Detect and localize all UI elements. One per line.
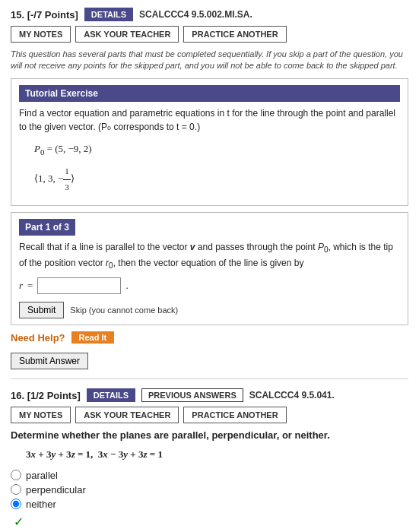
practice-another-button-15[interactable]: PRACTICE ANOTHER xyxy=(183,26,286,43)
tutorial-instruction: Find a vector equation and parametric eq… xyxy=(19,106,400,134)
toolbar-15: MY NOTES ASK YOUR TEACHER PRACTICE ANOTH… xyxy=(11,26,408,43)
submit-button-15[interactable]: Submit xyxy=(19,302,64,318)
tutorial-box-15: Tutorial Exercise Find a vector equation… xyxy=(11,78,408,207)
radio-group-16: parallel perpendicular neither xyxy=(11,470,408,510)
part-text-15: Recall that if a line is parallel to the… xyxy=(19,240,400,271)
problem-16: 16. [1/2 Points] DETAILS PREVIOUS ANSWER… xyxy=(11,388,408,532)
radio-perpendicular-input[interactable] xyxy=(11,484,21,495)
radio-perpendicular[interactable]: perpendicular xyxy=(11,484,408,496)
radio-perpendicular-label: perpendicular xyxy=(26,484,86,496)
problem-16-header: 16. [1/2 Points] DETAILS PREVIOUS ANSWER… xyxy=(11,388,408,402)
radio-parallel-input[interactable] xyxy=(11,470,21,480)
skip-link-15[interactable]: Skip (you cannot come back) xyxy=(70,306,178,315)
previous-answers-button-16[interactable]: PREVIOUS ANSWERS xyxy=(141,388,243,402)
radio-parallel[interactable]: parallel xyxy=(11,470,408,481)
determine-text-16: Determine whether the planes are paralle… xyxy=(11,429,408,441)
submit-answer-button-15[interactable]: Submit Answer xyxy=(11,353,88,369)
details-button-16[interactable]: DETAILS xyxy=(87,388,135,402)
my-notes-button-15[interactable]: MY NOTES xyxy=(11,26,71,43)
part-box-15: Part 1 of 3 Recall that if a line is par… xyxy=(11,212,408,325)
problem-16-number: 16. [1/2 Points] xyxy=(11,390,81,401)
problem-15-number: 15. [-/7 Points] xyxy=(11,9,78,21)
read-it-button-15[interactable]: Read It xyxy=(71,331,115,344)
need-help-label-15: Need Help? xyxy=(11,332,65,344)
math-point: P0 = (5, −9, 2) xyxy=(34,140,400,160)
problem-15: 15. [-/7 Points] DETAILS SCALCCC4 9.5.00… xyxy=(11,8,408,379)
vector-equation: r = . xyxy=(19,277,400,294)
practice-another-button-16[interactable]: PRACTICE ANOTHER xyxy=(183,407,286,423)
problem-15-header: 15. [-/7 Points] DETAILS SCALCCC4 9.5.00… xyxy=(11,8,408,21)
radio-neither-input[interactable] xyxy=(11,499,21,509)
tutorial-header-15: Tutorial Exercise xyxy=(19,85,400,102)
submit-row-15: Submit Skip (you cannot come back) xyxy=(19,302,400,318)
radio-parallel-label: parallel xyxy=(26,470,58,481)
my-notes-button-16[interactable]: MY NOTES xyxy=(11,407,71,423)
checkmark-icon: ✓ xyxy=(14,515,24,528)
math-vector: ⟨1, 3, −13⟩ xyxy=(34,164,400,195)
radio-neither-label: neither xyxy=(26,499,56,510)
need-help-row-15: Need Help? Read It xyxy=(11,331,408,344)
details-button-15[interactable]: DETAILS xyxy=(84,8,133,21)
part-header-15: Part 1 of 3 xyxy=(19,219,75,236)
toolbar-16: MY NOTES ASK YOUR TEACHER PRACTICE ANOTH… xyxy=(11,407,408,423)
ask-teacher-button-15[interactable]: ASK YOUR TEACHER xyxy=(75,26,179,43)
standard-label-16: SCALCCC4 9.5.041. xyxy=(249,390,335,401)
planes-equation: 3x + 3y + 3z = 1, 3x − 3y + 3z = 1 xyxy=(26,445,408,463)
radio-neither[interactable]: neither xyxy=(11,499,408,510)
ask-teacher-button-16[interactable]: ASK YOUR TEACHER xyxy=(75,407,179,423)
standard-label-15: SCALCCC4 9.5.002.MI.SA. xyxy=(139,9,252,20)
vector-answer-input[interactable] xyxy=(37,277,121,294)
warning-text-15: This question has several parts that mus… xyxy=(11,49,408,72)
